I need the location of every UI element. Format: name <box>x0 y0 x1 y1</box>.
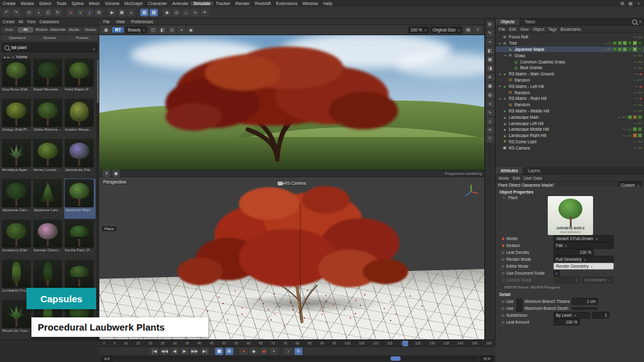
menu-extensions[interactable]: Extensions <box>274 1 300 6</box>
pause-render-icon[interactable]: Ⅱ <box>103 170 111 177</box>
disabled-icon[interactable]: ⊗ <box>639 84 642 89</box>
split-right-icon[interactable]: ◨ <box>486 65 494 72</box>
tab-attributes[interactable]: Attributes <box>496 167 523 174</box>
material-chip[interactable] <box>638 47 642 52</box>
asset-item[interactable]: Honey Locust 'Sunburst' (Fall Plant) <box>33 138 64 178</box>
visibility-dots[interactable]: ●● <box>633 122 636 125</box>
material-chip[interactable] <box>618 41 622 45</box>
objects-menu-edit[interactable]: Edit <box>509 27 516 31</box>
material-tags[interactable] <box>628 115 642 119</box>
render-region-icon[interactable]: ⊡ <box>168 26 176 34</box>
visibility-dots[interactable]: ●● <box>618 116 621 119</box>
material-tags[interactable] <box>633 127 642 131</box>
visibility-dots[interactable]: ●● <box>635 97 638 100</box>
asset-item[interactable]: Japanese Maple (Fall Plant) <box>64 178 96 219</box>
enabled-check-icon[interactable]: ✓✓ <box>638 53 642 57</box>
keyframe-dot[interactable] <box>502 272 504 275</box>
objects-menu-bookmarks[interactable]: Bookmarks <box>560 27 581 31</box>
menu-icon[interactable]: ≡ <box>639 19 641 24</box>
objects-menu-view[interactable]: View <box>520 27 529 31</box>
menu-tools[interactable]: Tools <box>54 1 69 6</box>
place-tool-hud[interactable]: Place <box>102 226 116 231</box>
wave-icon[interactable]: ∿ <box>486 109 494 116</box>
content-browser-icon[interactable]: ⌂ <box>182 9 190 16</box>
material-chip[interactable] <box>638 127 642 131</box>
clear-search-icon[interactable] <box>92 42 95 53</box>
snapshot-icon[interactable]: ◫ <box>149 26 157 34</box>
environment-icon[interactable]: ◎ <box>172 9 180 16</box>
dynamics-toggle-icon[interactable]: ▨ <box>150 9 158 16</box>
enabled-check-icon[interactable]: ✓✓ <box>638 140 642 143</box>
menu-mograph[interactable]: MoGraph <box>122 1 145 6</box>
play-forward-button[interactable]: ▶ <box>180 348 189 355</box>
season-dropdown[interactable]: Fall <box>553 242 614 249</box>
menu-select[interactable]: Select <box>36 1 53 6</box>
keying-settings-button[interactable]: ⌖ <box>270 348 278 355</box>
material-chip[interactable] <box>633 133 637 138</box>
pyramid-icon[interactable]: ▽ <box>486 135 494 143</box>
workspace-icon[interactable]: ▤ <box>619 1 626 6</box>
asset-item[interactable]: Juneberry (Fall Plant) <box>1 219 33 259</box>
visibility-dots[interactable]: ●● <box>602 41 606 45</box>
asset-item[interactable]: Field Maple (Fall Plant) <box>64 58 96 98</box>
menu-spline[interactable]: Spline <box>69 1 86 6</box>
redo-icon[interactable]: ↷ <box>12 9 20 16</box>
enabled-check-icon[interactable]: ✓✓ <box>607 47 611 51</box>
asset-item[interactable]: Japanese Larch (Fall Plant) <box>33 178 64 219</box>
maximum-branch-depth-field[interactable] <box>572 307 598 310</box>
target-icon[interactable]: ⌖ <box>486 38 494 46</box>
enabled-check-icon[interactable]: ✓✓ <box>627 128 631 131</box>
viewport-view-menu[interactable]: Perspective <box>103 180 126 184</box>
object-tree-item[interactable]: ♣Japanese Maple●●✓✓ <box>496 47 644 53</box>
asset-menu-databases[interactable]: Databases <box>40 19 59 24</box>
object-tree-item[interactable]: ⊡Random●●✓✓ <box>496 89 644 96</box>
tab-takes[interactable]: Takes <box>519 18 540 25</box>
list-icon[interactable]: ≡ <box>486 100 494 107</box>
visibility-dots[interactable]: ●● <box>633 103 636 106</box>
render-pass-dropdown[interactable]: Beauty <box>125 26 147 33</box>
layout-grid-icon[interactable]: ⊞ <box>486 21 494 28</box>
section-tab-scenes[interactable]: Scenes <box>34 35 66 41</box>
object-tree-item[interactable]: ⊡Random●●✓✓ <box>496 77 644 84</box>
menu-tracker[interactable]: Tracker <box>213 1 233 6</box>
object-tree-item[interactable]: ψBlue Grama●●✓✓ <box>496 65 644 71</box>
plant-preview-card[interactable]: JAPANESE MAPLE (Acer palmatum) <box>548 196 593 235</box>
object-tree-item[interactable]: ⊡Random●●✓✓ <box>496 102 644 108</box>
custom-scale-unit-dropdown[interactable]: Centimeters <box>582 277 613 283</box>
keyframe-dot[interactable] <box>502 238 504 240</box>
visibility-dots[interactable]: ●● <box>623 128 626 131</box>
add-icon[interactable]: ⊕ <box>486 74 494 81</box>
simulate-toggle-icon[interactable]: ▧ <box>140 9 148 16</box>
enabled-check-icon[interactable]: ✓✓ <box>638 146 642 150</box>
maximum-branch-depth-use-checkbox[interactable] <box>516 305 523 312</box>
subdivision-level-field[interactable]: 1 <box>592 312 609 319</box>
material-chip[interactable] <box>628 41 632 45</box>
material-chip[interactable] <box>638 115 642 119</box>
objects-menu-object[interactable]: Object <box>533 27 545 31</box>
scrollbar-thumb[interactable] <box>97 59 99 103</box>
expand-arrow-icon[interactable]: ▾ <box>503 53 508 57</box>
asset-scrollbar[interactable] <box>96 58 99 361</box>
keyframe-dot[interactable] <box>502 244 504 247</box>
visibility-dots[interactable]: ●● <box>633 60 636 63</box>
filter-tab-nodes[interactable]: Nodes <box>82 27 98 33</box>
material-chip[interactable] <box>618 47 622 52</box>
render-view[interactable] <box>99 35 484 170</box>
previous-key-button[interactable]: ◀◀ <box>160 348 169 355</box>
object-tree-item[interactable]: ▾⊕Grass●●✓✓ <box>496 52 644 58</box>
spline-tool-icon[interactable]: ∿ <box>191 9 199 16</box>
sphere-icon[interactable]: ◍ <box>486 91 494 99</box>
menu-render[interactable]: Render <box>233 1 252 6</box>
visibility-dots[interactable]: ●● <box>602 48 606 51</box>
layout-icon[interactable]: ▦ <box>627 1 634 6</box>
material-chip[interactable] <box>623 47 627 52</box>
menu-modes[interactable]: Modes <box>18 1 36 6</box>
menu-simulate[interactable]: Simulate <box>191 1 213 6</box>
objects-menu-file[interactable]: File <box>499 27 505 31</box>
material-chip[interactable] <box>638 133 642 138</box>
asset-item[interactable]: Ginkgo (Fall Plant) <box>1 98 33 138</box>
filter-tab-auto[interactable]: Auto <box>1 27 17 33</box>
object-tree-item[interactable]: ☀RS Dome Light●●✓✓ <box>496 139 644 145</box>
visibility-dots[interactable]: ●● <box>633 54 636 57</box>
rotate-tool-icon[interactable]: ↻ <box>53 9 62 16</box>
